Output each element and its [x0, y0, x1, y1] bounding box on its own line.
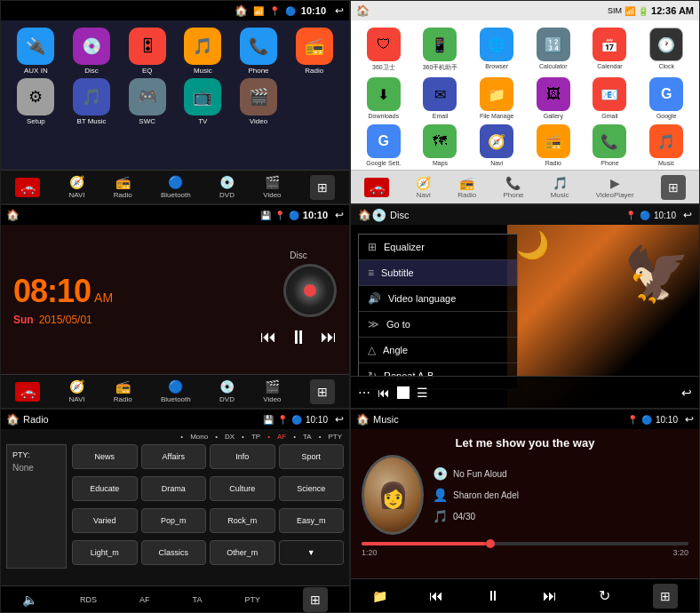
app-360weishi[interactable]: 🛡 360卫士 [358, 28, 410, 72]
app-tv[interactable]: 📺 TV [177, 78, 229, 125]
p2-nav-videoplayer[interactable]: ▶ VideoPlayer [596, 176, 634, 199]
back-icon-p3[interactable]: ↩ [335, 209, 344, 221]
menu-goto[interactable]: ≫ Go to [359, 312, 517, 338]
prev-button-p6[interactable]: ⏮ [429, 588, 443, 604]
nav-radio[interactable]: 📻 Radio [114, 175, 132, 199]
btn-news[interactable]: News [72, 444, 138, 469]
app-gmail[interactable]: 📧 Gmail [585, 77, 636, 119]
repeat-btn[interactable]: ↩ [681, 386, 692, 400]
app-aux-in[interactable]: 🔌 AUX IN [10, 28, 62, 75]
btn-pop-m[interactable]: Pop_m [141, 508, 207, 533]
p2-nav-phone[interactable]: 📞 Phone [503, 176, 523, 199]
app-filemanage[interactable]: 📁 File Manage [471, 77, 522, 119]
menu-video-language[interactable]: 🔊 Video language [359, 286, 517, 312]
home-icon-p4[interactable]: 🏠 [358, 209, 371, 221]
btn-other-m[interactable]: Other_m [210, 540, 275, 565]
folder-button[interactable]: 📁 [372, 589, 387, 603]
p2-nav-music[interactable]: 🎵 Music [551, 176, 569, 199]
app-disc[interactable]: 💿 Disc [66, 28, 118, 75]
app-music[interactable]: 🎵 Music [177, 28, 229, 75]
menu-angle[interactable]: △ Angle [359, 338, 517, 363]
playlist-btn[interactable]: ☰ [417, 386, 428, 400]
home-icon[interactable]: 🏠 [235, 4, 248, 17]
p3-nav-bluetooth[interactable]: 🔵 Bluetooth [161, 379, 191, 403]
repeat-button-p6[interactable]: ↻ [599, 587, 610, 604]
p2-nav-navi[interactable]: 🧭 Navi [416, 176, 431, 199]
back-icon-p5[interactable]: ↩ [335, 413, 344, 426]
p2-nav-radio[interactable]: 📻 Radio [457, 176, 476, 199]
app-maps[interactable]: 🗺 Maps [415, 124, 466, 166]
back-icon-p6[interactable]: ↩ [685, 413, 694, 426]
grid-button-p5[interactable]: ⊞ [303, 587, 328, 612]
prev-btn-p4[interactable]: ⏮ [378, 386, 390, 400]
app-setup[interactable]: ⚙ Setup [10, 78, 62, 125]
app-calculator[interactable]: 🔢 Calculator [528, 28, 579, 72]
p3-nav-radio[interactable]: 📻 Radio [114, 379, 132, 403]
p3-nav-navi[interactable]: 🧭 NAVI [68, 379, 84, 403]
back-icon-p4[interactable]: ↩ [683, 209, 692, 221]
menu-btn[interactable]: ⋯ [358, 386, 370, 400]
pty-button[interactable]: PTY [244, 595, 260, 604]
btn-affairs[interactable]: Affairs [141, 444, 207, 469]
app-browser[interactable]: 🌐 Browser [471, 28, 522, 72]
btn-easy-m[interactable]: Easy_m [279, 508, 345, 533]
car-home-button[interactable]: 🚗 [15, 178, 40, 197]
ta-button[interactable]: TA [193, 595, 203, 604]
volume-icon[interactable]: 🔈 [22, 593, 37, 607]
app-phone-p2[interactable]: 📞 Phone [585, 124, 636, 166]
play-pause-button[interactable]: ⏸ [289, 326, 308, 349]
btn-info[interactable]: Info [210, 444, 275, 469]
grid-button-p6[interactable]: ⊞ [653, 584, 678, 609]
prev-button[interactable]: ⏮ [260, 328, 276, 346]
next-button[interactable]: ⏭ [321, 328, 337, 346]
progress-bar[interactable] [362, 542, 688, 545]
btn-classics[interactable]: Classics [141, 540, 207, 565]
app-radio[interactable]: 📻 Radio [288, 28, 340, 75]
car-button-p3[interactable]: 🚗 [15, 382, 40, 402]
home-icon-p5[interactable]: 🏠 [6, 413, 20, 426]
home-icon-p6[interactable]: 🏠 [356, 413, 370, 426]
car-button-p2[interactable]: 🚗 [364, 178, 389, 197]
btn-educate[interactable]: Educate [72, 476, 138, 501]
app-eq[interactable]: 🎛 EQ [121, 28, 173, 75]
app-video[interactable]: 🎬 Video [233, 78, 285, 125]
next-button-p6[interactable]: ⏭ [543, 588, 557, 604]
app-radio-p2[interactable]: 📻 Radio [528, 124, 579, 166]
p3-nav-video[interactable]: 🎬 Video [263, 379, 281, 403]
app-google[interactable]: G Google [640, 77, 692, 119]
home-icon-p2[interactable]: 🏠 [356, 4, 370, 17]
app-phone[interactable]: 📞 Phone [233, 28, 285, 75]
nav-navi[interactable]: 🧭 NAVI [68, 175, 84, 199]
btn-varied[interactable]: Varied [72, 508, 138, 533]
nav-bluetooth[interactable]: 🔵 Bluetooth [161, 175, 191, 199]
af-button[interactable]: AF [139, 595, 150, 604]
app-email[interactable]: ✉ Email [415, 77, 466, 119]
rds-button[interactable]: RDS [80, 595, 97, 604]
progress-thumb[interactable] [486, 539, 495, 548]
app-swc[interactable]: 🎮 SWC [121, 78, 173, 125]
p3-nav-dvd[interactable]: 💿 DVD [219, 379, 235, 403]
app-downloads[interactable]: ⬇ Downloads [358, 77, 410, 119]
btn-drama[interactable]: Drama [141, 476, 207, 501]
btn-scroll-down[interactable]: ▼ [279, 540, 345, 565]
nav-video[interactable]: 🎬 Video [263, 175, 281, 199]
grid-view-button[interactable]: ⊞ [310, 175, 335, 200]
app-google-settings[interactable]: G Google Sett. [358, 124, 410, 166]
app-calendar[interactable]: 📅 Calendar [585, 28, 636, 72]
btn-culture[interactable]: Culture [210, 476, 275, 501]
grid-button-p3[interactable]: ⊞ [310, 379, 335, 404]
btn-science[interactable]: Science [279, 476, 345, 501]
btn-light-m[interactable]: Light_m [72, 540, 138, 565]
app-clock[interactable]: 🕐 Clock [640, 28, 692, 72]
play-pause-button-p6[interactable]: ⏸ [486, 588, 500, 604]
app-music-p2[interactable]: 🎵 Music [640, 124, 692, 166]
home-icon-p3[interactable]: 🏠 [6, 209, 20, 221]
menu-subtitle[interactable]: ≡ Subtitle [359, 260, 517, 286]
btn-sport[interactable]: Sport [279, 444, 345, 469]
nav-dvd[interactable]: 💿 DVD [219, 175, 235, 199]
menu-equalizer[interactable]: ⊞ Equalizer [359, 235, 517, 260]
app-navi-p2[interactable]: 🧭 Navi [471, 124, 522, 166]
app-360helper[interactable]: 📱 360手机助手 [415, 28, 466, 72]
app-bt-music[interactable]: 🎵 BT Music [66, 78, 118, 125]
btn-rock-m[interactable]: Rock_m [210, 508, 275, 533]
